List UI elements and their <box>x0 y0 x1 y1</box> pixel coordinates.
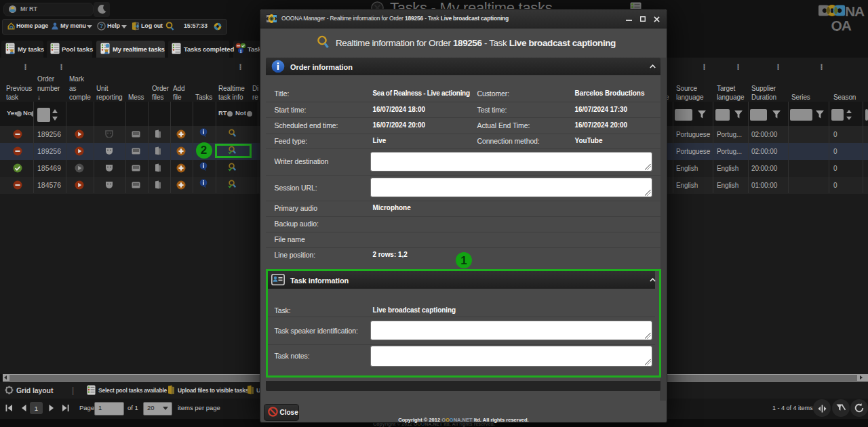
svg-text:QA: QA <box>831 18 852 31</box>
svg-text:NA: NA <box>845 3 865 19</box>
svg-text:?: ? <box>100 22 103 29</box>
